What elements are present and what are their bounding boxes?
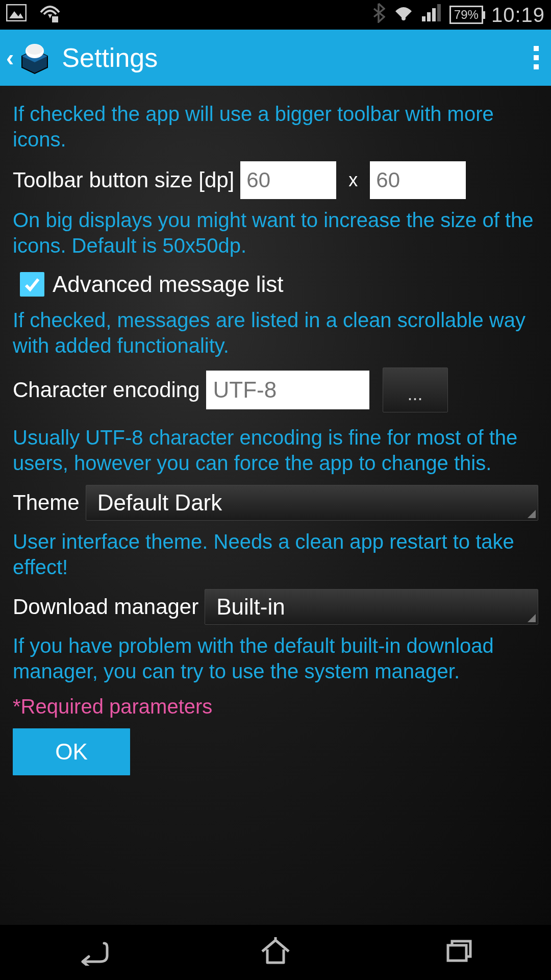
dlmgr-label: Download manager xyxy=(13,595,198,619)
checkmark-icon xyxy=(22,274,42,295)
encoding-row: Character encoding ... xyxy=(13,368,538,412)
home-icon xyxy=(257,937,294,966)
svg-point-4 xyxy=(402,16,406,20)
svg-rect-7 xyxy=(432,8,436,21)
encoding-label: Character encoding xyxy=(13,378,200,402)
signal-icon xyxy=(422,4,441,26)
navigation-bar xyxy=(0,925,551,980)
theme-hint: User interface theme. Needs a clean app … xyxy=(13,529,538,580)
advanced-list-checkbox[interactable] xyxy=(20,272,44,297)
wifi-icon xyxy=(393,4,414,26)
toolbar-size-hint: On big displays you might want to increa… xyxy=(13,207,538,258)
theme-label: Theme xyxy=(13,491,80,515)
svg-marker-1 xyxy=(9,11,23,18)
recents-nav-button[interactable] xyxy=(441,937,478,968)
gallery-icon xyxy=(6,4,27,26)
svg-point-12 xyxy=(27,44,43,55)
page-title: Settings xyxy=(62,42,158,73)
toolbar-size-label: Toolbar button size [dp] xyxy=(13,168,234,192)
encoding-browse-button[interactable]: ... xyxy=(383,368,448,412)
theme-spinner[interactable]: Default Dark xyxy=(86,485,538,521)
status-bar: 79% 10:19 xyxy=(0,0,551,30)
app-bar: ‹ Settings xyxy=(0,30,551,86)
svg-rect-0 xyxy=(7,5,26,21)
toolbar-width-input[interactable] xyxy=(240,161,336,199)
toolbar-height-input[interactable] xyxy=(370,161,466,199)
home-nav-button[interactable] xyxy=(257,937,294,968)
battery-icon: 79% xyxy=(449,6,483,24)
settings-scroll[interactable]: If checked the app will use a bigger too… xyxy=(0,86,551,925)
required-parameters-label: *Required parameters xyxy=(13,695,538,718)
bigger-toolbar-hint: If checked the app will use a bigger too… xyxy=(13,101,538,152)
svg-rect-6 xyxy=(427,12,431,21)
bluetooth-icon xyxy=(372,3,385,28)
svg-rect-13 xyxy=(448,945,466,961)
overflow-menu-icon[interactable] xyxy=(534,46,539,69)
back-icon[interactable]: ‹ xyxy=(6,44,14,71)
dlmgr-spinner[interactable]: Built-in xyxy=(205,589,538,625)
svg-rect-8 xyxy=(437,4,441,21)
encoding-hint: Usually UTF-8 character encoding is fine… xyxy=(13,425,538,476)
svg-rect-5 xyxy=(422,16,425,21)
back-nav-button[interactable] xyxy=(73,937,110,968)
advanced-list-row[interactable]: Advanced message list xyxy=(13,272,538,297)
svg-marker-2 xyxy=(48,14,52,18)
advanced-list-label: Advanced message list xyxy=(53,272,283,297)
dlmgr-hint: If you have problem with the default bui… xyxy=(13,633,538,684)
ok-button[interactable]: OK xyxy=(13,728,130,775)
svg-rect-3 xyxy=(52,16,58,22)
status-clock: 10:19 xyxy=(491,4,545,27)
encoding-input[interactable] xyxy=(206,371,369,409)
dlmgr-row: Download manager Built-in xyxy=(13,589,538,625)
toolbar-size-row: Toolbar button size [dp] x xyxy=(13,161,538,199)
theme-row: Theme Default Dark xyxy=(13,485,538,521)
recents-icon xyxy=(441,937,478,966)
app-logo-icon xyxy=(17,41,53,75)
back-arrow-icon xyxy=(73,937,110,966)
multiply-label: x xyxy=(348,169,358,191)
wifi-sync-icon xyxy=(39,3,61,27)
advanced-list-hint: If checked, messages are listed in a cle… xyxy=(13,307,538,358)
